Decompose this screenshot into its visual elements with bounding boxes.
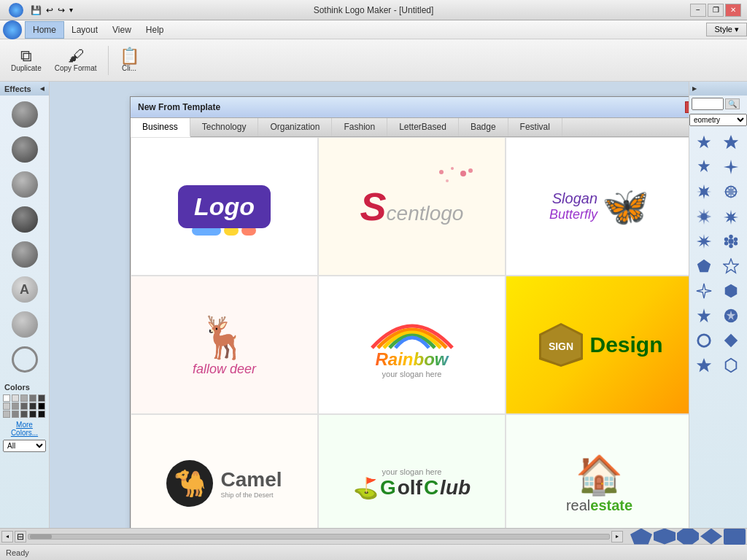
- shape-diamond[interactable]: [719, 329, 743, 352]
- color-cell[interactable]: [38, 402, 45, 410]
- menu-help[interactable]: Help: [139, 22, 171, 38]
- shape-4star[interactable]: [719, 155, 743, 179]
- quick-access-undo[interactable]: ↩: [46, 5, 53, 15]
- shape-flower[interactable]: [719, 230, 743, 253]
- logo-6-container: SIGN Design: [506, 276, 689, 413]
- menu-layout[interactable]: Layout: [64, 22, 105, 38]
- color-cell[interactable]: [29, 394, 36, 402]
- restore-button[interactable]: ❐: [708, 4, 724, 17]
- duplicate-button[interactable]: ⧉ Duplicate: [6, 45, 47, 75]
- color-cell[interactable]: [38, 394, 45, 402]
- butterfly-label: Butterfly: [549, 207, 597, 222]
- close-button[interactable]: ✕: [725, 4, 741, 17]
- quick-access-redo[interactable]: ↪: [58, 5, 65, 15]
- tab-festival[interactable]: Festival: [508, 118, 562, 136]
- shape-sun[interactable]: [692, 205, 716, 228]
- hscroll-thumb[interactable]: [30, 534, 52, 539]
- shape-hexagon2[interactable]: [719, 354, 743, 377]
- svg-marker-29: [724, 284, 737, 298]
- effect-circle-2[interactable]: [12, 136, 38, 163]
- bottom-shape-5[interactable]: [724, 529, 746, 545]
- effects-header[interactable]: Effects ◂: [0, 82, 49, 96]
- bottom-shape-2[interactable]: [654, 529, 676, 545]
- tab-organization[interactable]: Organization: [258, 118, 332, 136]
- effect-circle-1[interactable]: [12, 101, 38, 128]
- color-cell[interactable]: [38, 411, 45, 418]
- shape-circlestar[interactable]: [719, 304, 743, 327]
- shape-8star[interactable]: [692, 180, 716, 203]
- template-butterfly[interactable]: Slogan Butterfly 🦋: [506, 137, 689, 276]
- bottom-shape-4[interactable]: [700, 529, 722, 545]
- clipboard-button[interactable]: 📋 Cli...: [115, 45, 144, 75]
- shape-burst[interactable]: [719, 180, 743, 203]
- menu-view[interactable]: View: [105, 22, 139, 38]
- template-realestate[interactable]: 🏠 realestate: [506, 414, 689, 528]
- shape-4star-b[interactable]: [692, 279, 716, 303]
- template-camel[interactable]: 🐪 Camel Ship of the Desert: [131, 414, 318, 528]
- shape-12star[interactable]: [692, 230, 716, 253]
- effect-circle-ring[interactable]: [12, 346, 38, 373]
- right-panel-header[interactable]: ▸: [689, 82, 747, 96]
- template-scentlogo[interactable]: Scentlogo: [318, 137, 506, 276]
- color-cell[interactable]: [29, 411, 36, 418]
- quick-access-save[interactable]: 💾: [31, 5, 42, 15]
- shape-6star[interactable]: [692, 131, 716, 154]
- scent-dots-decor: [434, 165, 478, 196]
- color-cell[interactable]: [20, 402, 28, 410]
- color-cell[interactable]: [20, 411, 28, 418]
- more-colors-link[interactable]: More Colors...: [3, 419, 46, 438]
- shape-pentagon[interactable]: [692, 254, 716, 278]
- color-cell[interactable]: [12, 402, 19, 410]
- dialog-close-button[interactable]: ✕: [685, 101, 689, 113]
- shape-search-input[interactable]: [692, 98, 724, 110]
- all-select[interactable]: All: [3, 440, 46, 452]
- hscroll-left-button[interactable]: ◂: [1, 531, 13, 542]
- shape-hexagon[interactable]: [719, 279, 743, 303]
- bottom-shape-3[interactable]: [677, 529, 699, 545]
- tab-letterbased[interactable]: LetterBased: [387, 118, 459, 136]
- rainbow-text: Rainbow: [365, 349, 460, 370]
- copy-format-button[interactable]: 🖌 Copy Format: [50, 45, 102, 75]
- shape-5star[interactable]: [719, 131, 743, 154]
- color-cell[interactable]: [3, 411, 10, 418]
- effect-circle-6[interactable]: [12, 311, 38, 338]
- color-cell[interactable]: [29, 402, 36, 410]
- shape-star2[interactable]: [692, 155, 716, 179]
- effect-circle-5[interactable]: [12, 241, 38, 268]
- shape-ring[interactable]: [692, 329, 716, 352]
- shape-star-outline[interactable]: [719, 254, 743, 278]
- color-cell[interactable]: [3, 402, 10, 410]
- geometry-select[interactable]: eometry: [689, 114, 747, 126]
- minimize-button[interactable]: −: [690, 4, 706, 17]
- logo-9-container: 🏠 realestate: [506, 415, 689, 528]
- hscroll-home-button[interactable]: ⊟: [15, 531, 26, 542]
- template-signdesign[interactable]: SIGN Design: [506, 276, 689, 414]
- color-cell[interactable]: [12, 394, 19, 402]
- tab-technology[interactable]: Technology: [190, 118, 259, 136]
- effect-circle-a[interactable]: A: [12, 276, 38, 303]
- style-button[interactable]: Style ▾: [706, 23, 747, 36]
- effect-circle-4[interactable]: [12, 206, 38, 233]
- template-golfclub[interactable]: your slogan here ⛳ Golf Club: [318, 414, 506, 528]
- tab-business[interactable]: Business: [131, 118, 190, 137]
- color-cell[interactable]: [3, 394, 10, 402]
- template-rainbow[interactable]: Rainbow your slogan here: [318, 276, 506, 414]
- color-cell[interactable]: [12, 411, 19, 418]
- shape-5star-b[interactable]: [692, 354, 716, 377]
- shape-starbig[interactable]: [692, 304, 716, 327]
- template-deer[interactable]: 🦌 fallow deer: [131, 276, 318, 414]
- template-logo[interactable]: Logo: [131, 137, 318, 276]
- effect-circle-3[interactable]: [12, 171, 38, 198]
- tab-badge[interactable]: Badge: [459, 118, 508, 136]
- bottom-shape-1[interactable]: [630, 529, 652, 545]
- shape-starburst[interactable]: [719, 205, 743, 228]
- menu-home[interactable]: Home: [25, 21, 64, 39]
- logo-8-container: your slogan here ⛳ Golf Club: [319, 415, 505, 528]
- hscroll-right-button[interactable]: ▸: [611, 531, 623, 542]
- quick-access-dropdown[interactable]: ▾: [69, 6, 73, 14]
- color-cell[interactable]: [20, 394, 28, 402]
- tab-fashion[interactable]: Fashion: [332, 118, 387, 136]
- golf-main-row: ⛳ Golf Club: [353, 476, 471, 500]
- canvas-area[interactable]: New From Template ✕ Business Technology …: [50, 82, 689, 528]
- search-button[interactable]: 🔍: [725, 98, 740, 109]
